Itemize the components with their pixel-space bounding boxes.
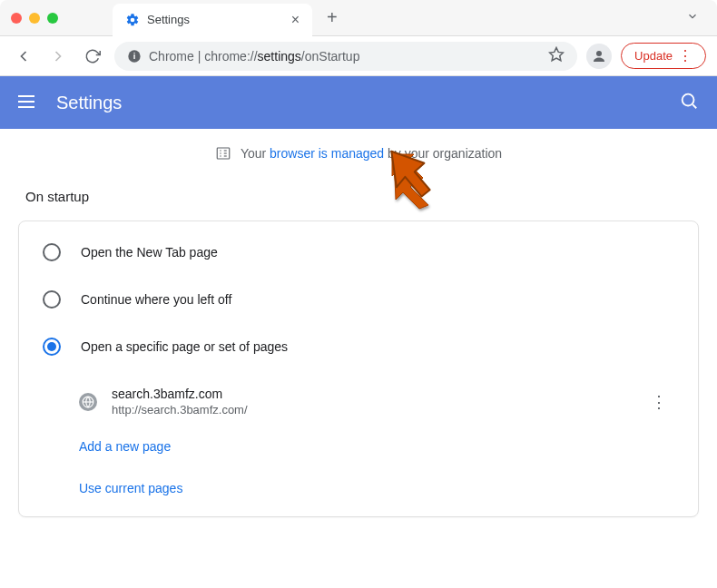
use-current-link[interactable]: Use current pages <box>79 481 182 495</box>
svg-marker-2 <box>550 48 564 61</box>
search-button[interactable] <box>679 91 699 114</box>
maximize-window-button[interactable] <box>47 13 58 24</box>
update-button[interactable]: Update ⋮ <box>621 43 706 69</box>
svg-rect-6 <box>217 148 230 159</box>
window-controls <box>11 13 58 24</box>
forward-button[interactable] <box>45 44 71 69</box>
organization-icon <box>215 145 231 162</box>
page-domain: search.3bamfz.com <box>112 387 629 401</box>
page-info: search.3bamfz.com http://search.3bamfz.c… <box>112 387 629 416</box>
section-title: On startup <box>25 189 699 204</box>
tab-title: Settings <box>147 13 190 26</box>
window-titlebar: Settings × + <box>0 0 717 36</box>
managed-link[interactable]: browser is managed <box>270 146 384 161</box>
radio-icon <box>43 243 61 261</box>
minimize-window-button[interactable] <box>29 13 40 24</box>
gear-icon <box>125 13 140 27</box>
add-page-link[interactable]: Add a new page <box>79 439 171 454</box>
settings-header: Settings <box>0 76 717 129</box>
url-text: Chrome | chrome://settings/onStartup <box>149 49 359 64</box>
content-area: Your browser is managed by your organiza… <box>0 129 717 554</box>
radio-label: Open the New Tab page <box>81 245 218 260</box>
radio-continue[interactable]: Continue where you left off <box>19 276 698 323</box>
tabs-dropdown-button[interactable] <box>679 5 706 31</box>
svg-point-3 <box>596 51 602 56</box>
use-current-row: Use current pages <box>79 467 698 509</box>
svg-text:i: i <box>133 52 136 61</box>
site-info-icon[interactable]: i <box>127 49 142 64</box>
radio-icon <box>43 290 61 309</box>
new-tab-button[interactable]: + <box>323 4 341 32</box>
menu-dots-icon: ⋮ <box>678 47 692 64</box>
startup-pages-list: search.3bamfz.com http://search.3bamfz.c… <box>19 370 698 509</box>
back-button[interactable] <box>11 44 36 69</box>
profile-button[interactable] <box>586 44 612 69</box>
address-bar[interactable]: i Chrome | chrome://settings/onStartup <box>114 42 577 71</box>
svg-point-4 <box>683 94 694 106</box>
browser-tab[interactable]: Settings × <box>113 4 312 36</box>
page-title: Settings <box>56 93 122 113</box>
close-window-button[interactable] <box>11 13 22 24</box>
radio-new-tab[interactable]: Open the New Tab page <box>19 229 698 276</box>
managed-text: Your browser is managed by your organiza… <box>241 146 502 161</box>
globe-icon <box>79 393 97 411</box>
radio-label: Continue where you left off <box>81 292 231 307</box>
page-menu-button[interactable]: ⋮ <box>643 388 674 416</box>
close-tab-button[interactable]: × <box>291 12 300 28</box>
radio-icon <box>43 338 61 356</box>
bookmark-star-icon[interactable] <box>548 46 565 65</box>
browser-toolbar: i Chrome | chrome://settings/onStartup U… <box>0 36 717 76</box>
startup-page-item: search.3bamfz.com http://search.3bamfz.c… <box>79 377 698 426</box>
update-label: Update <box>634 49 673 63</box>
add-page-row: Add a new page <box>79 426 698 467</box>
radio-specific-pages[interactable]: Open a specific page or set of pages <box>19 323 698 370</box>
menu-button[interactable] <box>18 92 40 113</box>
page-url: http://search.3bamfz.com/ <box>112 403 629 416</box>
reload-button[interactable] <box>80 44 105 69</box>
radio-label: Open a specific page or set of pages <box>81 339 288 354</box>
startup-card: Open the New Tab page Continue where you… <box>18 220 699 517</box>
svg-line-5 <box>692 104 696 108</box>
managed-banner: Your browser is managed by your organiza… <box>18 129 699 178</box>
